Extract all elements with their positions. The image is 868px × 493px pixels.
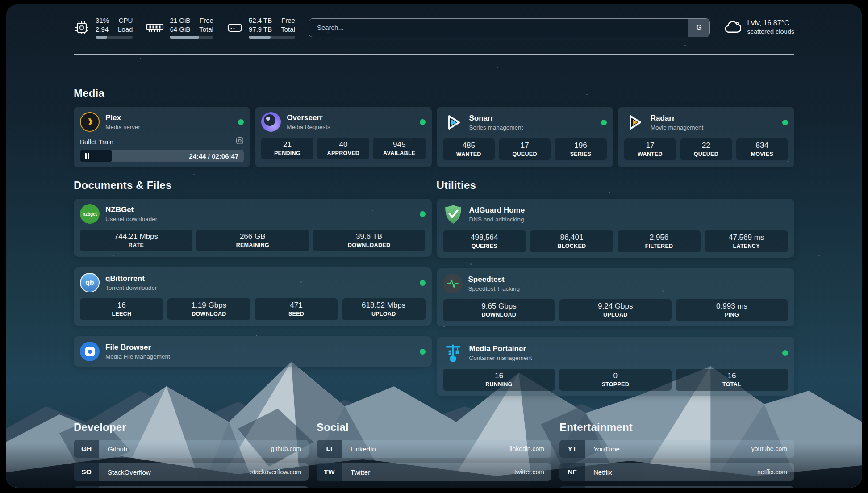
bookmark-linkedin[interactable]: LI LinkedIn linkedin.com	[317, 440, 551, 458]
stat-queued: 17 QUEUED	[499, 138, 551, 160]
section-utilities: Utilities	[437, 179, 795, 396]
bookmark-stackoverflow[interactable]: SO StackOverflow stackoverflow.com	[74, 463, 309, 481]
qbittorrent-card[interactable]: qb qBittorrent Torrent downloader 16	[74, 267, 432, 326]
section-title-media: Media	[74, 87, 794, 100]
pause-icon[interactable]	[85, 153, 89, 159]
overseerr-card[interactable]: Overseerr Media Requests 21 PENDING 40 A…	[255, 107, 431, 167]
bookmark-url: github.com	[271, 440, 309, 458]
portainer-icon	[443, 343, 463, 363]
stat-downloaded: 39.6 TB DOWNLOADED	[313, 230, 426, 251]
stat-wanted: 485 WANTED	[443, 138, 495, 160]
bookmark-youtube[interactable]: YT YouTube youtube.com	[559, 440, 794, 458]
stat-seed: 471 SEED	[255, 298, 338, 320]
stat-total: 16 TOTAL	[676, 369, 788, 391]
bookmark-url: dev.to	[285, 486, 309, 488]
memory-total-value: 64 GiB	[170, 25, 190, 34]
playback-progress-bar: 24:44 / 02:06:47	[80, 150, 244, 162]
bookmark-github[interactable]: GH Github github.com	[74, 440, 309, 458]
cpu-load-value: 2.94	[96, 25, 109, 34]
service-description: Media File Management	[105, 353, 170, 360]
bookmark-netflix[interactable]: NF Netflix netflix.com	[559, 463, 794, 481]
bookmark-url: stackoverflow.com	[250, 463, 309, 481]
stat-leech: 16 LEECH	[80, 298, 163, 320]
service-description: Media server	[105, 124, 140, 130]
adguard-icon	[443, 204, 463, 225]
bookmark-twitter[interactable]: TW Twitter twitter.com	[317, 463, 551, 481]
service-name: Radarr	[651, 114, 704, 123]
adguard-card[interactable]: AdGuard Home DNS and adblocking 498,564 …	[437, 199, 795, 258]
status-dot	[420, 119, 426, 125]
bookmark-abbr: NF	[559, 463, 585, 481]
service-description: Media Requests	[287, 124, 330, 130]
service-name: Media Portainer	[469, 344, 532, 353]
nzbget-icon: nzbget	[80, 204, 100, 224]
bookmark-abbr: DT	[74, 486, 99, 488]
session-display-icon[interactable]	[236, 137, 244, 146]
sonarr-icon	[443, 112, 463, 133]
sonarr-card[interactable]: Sonarr Series management 485 WANTED 17 Q…	[437, 107, 613, 167]
bookmarks-developer: Developer GH Github github.com SO StackO…	[74, 421, 309, 488]
service-description: Series management	[469, 124, 523, 131]
stat-rate: 744.21 Mbps RATE	[80, 230, 192, 251]
memory-progress-track	[170, 36, 213, 39]
memory-free-value: 21 GiB	[170, 16, 190, 25]
bookmark-reddit[interactable]: RE Reddit reddit.com	[559, 486, 794, 488]
section-title-utilities: Utilities	[437, 179, 795, 192]
stat-wanted: 17 WANTED	[624, 138, 676, 160]
radarr-icon	[624, 112, 645, 133]
service-name: Sonarr	[469, 114, 523, 123]
bookmark-abbr: RE	[559, 486, 585, 488]
search-input[interactable]	[309, 19, 689, 37]
memory-label-1: Free	[199, 16, 213, 25]
section-media: Media Plex Media server Bullet	[74, 87, 794, 167]
cpu-label-1: CPU	[118, 16, 133, 25]
plex-icon	[80, 112, 100, 132]
disk-progress-track	[249, 36, 295, 39]
playback-time: 24:44 / 02:06:47	[189, 152, 244, 160]
cloud-icon	[723, 20, 741, 35]
bookmark-name: Netflix	[585, 463, 612, 481]
service-name: NZBGet	[105, 205, 157, 214]
section-title-entertainment: Entertainment	[559, 421, 794, 434]
memory-icon	[146, 21, 164, 34]
search-engine-button[interactable]: G	[688, 19, 709, 37]
memory-stat: 21 GiB 64 GiB Free Total	[146, 16, 213, 39]
bookmarks-entertainment: Entertainment YT YouTube youtube.com NF …	[559, 421, 794, 488]
nzbget-card[interactable]: nzbget NZBGet Usenet downloader 744.21 M…	[74, 199, 432, 257]
weather-widget: Lviv, 16.87°C scattered clouds	[723, 19, 794, 37]
stat-filtered: 2,956 FILTERED	[618, 230, 701, 252]
stat-download: 9.65 Gbps DOWNLOAD	[443, 299, 555, 321]
service-name: File Browser	[105, 343, 170, 352]
bookmark-abbr: YT	[559, 440, 585, 458]
radarr-card[interactable]: Radarr Movie management 17 WANTED 22 QUE…	[618, 107, 794, 167]
top-bar: 31% 2.94 CPU Load	[74, 16, 794, 39]
service-name: AdGuard Home	[469, 206, 525, 215]
portainer-card[interactable]: Media Portainer Container management 16 …	[437, 337, 795, 396]
service-description: Torrent downloader	[105, 284, 157, 291]
stat-running: 16 RUNNING	[443, 369, 555, 391]
cpu-icon	[74, 20, 90, 36]
service-description: Speedtest Tracking	[468, 285, 520, 292]
speedtest-card[interactable]: Speedtest Speedtest Tracking 9.65 Gbps D…	[437, 268, 795, 326]
plex-card[interactable]: Plex Media server Bullet Train	[74, 107, 250, 167]
stat-ping: 0.993 ms PING	[676, 299, 788, 321]
cpu-usage-value: 31%	[96, 16, 109, 25]
cpu-label-2: Load	[118, 25, 133, 34]
stat-series: 196 SERIES	[555, 138, 606, 160]
stat-upload: 618.52 Mbps UPLOAD	[342, 298, 426, 320]
service-description: DNS and adblocking	[469, 216, 525, 223]
cpu-stat: 31% 2.94 CPU Load	[74, 16, 133, 39]
bookmark-url: youtube.com	[751, 440, 794, 458]
status-dot	[238, 119, 244, 125]
bookmark-name: LinkedIn	[342, 440, 376, 458]
stat-remaining: 266 GB REMAINING	[196, 230, 309, 251]
bookmark-url: linkedin.com	[509, 440, 551, 458]
bookmark-name: DEV	[99, 486, 121, 488]
bookmark-url: netflix.com	[757, 463, 794, 481]
dashboard-window: 31% 2.94 CPU Load	[6, 4, 862, 488]
bookmark-dev[interactable]: DT DEV dev.to	[74, 486, 309, 488]
cpu-progress-track	[96, 36, 133, 39]
bookmark-name: Reddit	[585, 486, 613, 488]
service-name: Plex	[105, 113, 140, 122]
filebrowser-card[interactable]: File Browser Media File Management	[74, 336, 432, 367]
